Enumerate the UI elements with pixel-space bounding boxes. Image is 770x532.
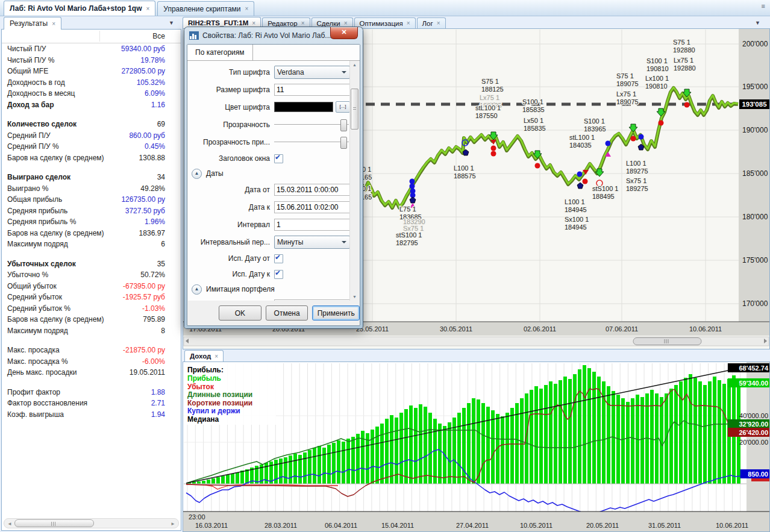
table-row: Доходность в год105.32%: [2, 77, 181, 89]
section-header-13: ▲Имитация портфеля: [188, 282, 349, 296]
close-icon[interactable]: ×: [437, 20, 440, 27]
trade-annotation: 188575: [454, 172, 476, 180]
profit-bar: [197, 481, 201, 484]
chart-tab-4[interactable]: Оптимизация×: [354, 17, 416, 28]
close-icon[interactable]: ×: [344, 20, 348, 27]
profit-bar: [607, 386, 610, 484]
table-row: Чистый П/У %19.78%: [2, 55, 181, 66]
color-swatch[interactable]: [274, 102, 333, 112]
close-icon[interactable]: ×: [301, 20, 305, 27]
scrollbar-thumb[interactable]: [14, 519, 94, 527]
trade-annotation: Lx75 1: [616, 90, 636, 98]
row-value: -21875.00 ру: [123, 345, 165, 356]
chart-tab-5[interactable]: Лог×: [417, 17, 446, 28]
tab-results[interactable]: Результаты ×: [4, 17, 61, 30]
tab-by-categories[interactable]: По категориям: [187, 45, 253, 60]
field-control: [274, 154, 349, 163]
row-value: 272805.00 ру: [121, 66, 165, 77]
trade-annotation: S75 1: [481, 78, 499, 85]
scroll-left-icon[interactable]: ◄: [7, 521, 12, 527]
trade-annotation: 187550: [475, 112, 498, 119]
window-tab-1[interactable]: Лаб: Ri Avto Vol Mario Лаба+stop 1qw×: [4, 1, 155, 16]
trade-annotation: 189275: [626, 185, 648, 192]
close-icon[interactable]: ×: [245, 5, 249, 12]
table-row: Общий убыток-67395.00 ру: [2, 281, 181, 292]
close-icon[interactable]: ×: [52, 20, 55, 27]
slider-thumb[interactable]: [340, 137, 347, 149]
trade-marker-blue-dot: [410, 179, 415, 184]
dialog-vscrollbar[interactable]: ▲ ▼: [349, 61, 359, 301]
close-icon[interactable]: ×: [214, 353, 218, 360]
checkbox-5[interactable]: [274, 154, 283, 163]
row-label: Выиграно %: [7, 183, 48, 195]
slider-4[interactable]: [274, 136, 349, 148]
dropdown-10[interactable]: Минуты: [274, 236, 349, 249]
checkbox-12[interactable]: [274, 270, 283, 279]
row-label: Средний П/У: [7, 130, 51, 142]
scroll-down-icon[interactable]: ▼: [350, 295, 359, 299]
slider-thumb[interactable]: [340, 119, 347, 131]
scrollbar-thumb[interactable]: [633, 338, 701, 345]
trade-annotation: 183965: [584, 125, 606, 133]
table-row: Средний П/У860.00 руб: [2, 130, 181, 142]
profit-axis-label: 32'920.00: [739, 421, 769, 428]
table-row: Максимум подряд6: [2, 239, 181, 250]
profit-chart-panel: Прибыль:ПрибыльУбытокДлинные позицииКоро…: [183, 361, 770, 532]
chevron-down-icon[interactable]: ▼: [169, 20, 174, 26]
row-value: 1.94: [151, 409, 165, 421]
trade-annotation: Sx100 1: [565, 216, 589, 223]
slider-3[interactable]: [274, 119, 349, 131]
cancel-button[interactable]: Отмена: [266, 305, 308, 321]
trade-annotation: 190810: [646, 65, 669, 72]
collapse-icon[interactable]: ▲: [192, 284, 202, 295]
ok-button[interactable]: OK: [219, 305, 261, 321]
input-7[interactable]: [274, 184, 349, 196]
profit-bar: [477, 399, 480, 484]
close-button[interactable]: ✕: [330, 27, 358, 39]
dropdown-0[interactable]: Verdana: [274, 66, 349, 79]
chevron-down-icon[interactable]: ▼: [755, 20, 760, 26]
x-axis-label: 10.05.2011: [520, 522, 552, 529]
dialog-buttons: OKОтменаПрименить: [187, 305, 360, 321]
scroll-up-icon[interactable]: ▲: [350, 63, 359, 67]
field-control: [274, 119, 349, 131]
close-icon[interactable]: ×: [252, 20, 255, 27]
profit-bar: [380, 424, 384, 484]
profit-bar: [530, 390, 533, 484]
input-1[interactable]: [274, 84, 349, 96]
table-row: Средний П/У %0.45%: [2, 141, 181, 152]
row-label: День макс. просадки: [7, 367, 77, 378]
profit-bar: [289, 455, 292, 484]
row-label: Средний убыток: [7, 292, 62, 303]
spacer: [2, 163, 181, 172]
scroll-right-icon[interactable]: ►: [171, 521, 175, 527]
profit-bar: [718, 380, 721, 484]
profit-bar: [221, 476, 225, 484]
apply-button[interactable]: Применить: [312, 305, 360, 321]
row-label: Доходность в год: [7, 77, 65, 89]
tab-profit[interactable]: Доход ×: [184, 350, 224, 361]
input-14[interactable]: [274, 299, 349, 301]
trade-annotation: 189275: [626, 167, 648, 175]
field-row-9: Интервал: [188, 216, 349, 233]
table-row: Баров на сделку (в среднем)1308.88: [2, 152, 181, 164]
more-button[interactable]: [...]: [336, 101, 349, 113]
input-8[interactable]: [274, 201, 349, 213]
results-hscrollbar[interactable]: ◄ ►: [4, 518, 179, 528]
close-icon[interactable]: ×: [407, 20, 410, 27]
scrollbar-thumb[interactable]: [351, 89, 358, 130]
row-label: Убыточно %: [7, 269, 48, 281]
profit-bar: [419, 404, 422, 484]
field-control: Verdana: [274, 66, 349, 79]
close-icon[interactable]: ×: [146, 5, 150, 12]
profit-bar: [303, 452, 307, 484]
collapse-icon[interactable]: ▲: [192, 169, 202, 179]
field-label: Тип шрифта: [188, 68, 274, 77]
results-tab-label: Результаты: [10, 19, 48, 28]
input-9[interactable]: [274, 219, 349, 231]
field-row-5: Заголовок окна: [188, 151, 349, 166]
checkbox-11[interactable]: [274, 254, 283, 263]
auto-hide-icon[interactable]: ≡: [762, 4, 765, 8]
dialog-title: Свойства: Лаб: Ri Avto Vol Mario Лаб...: [202, 31, 331, 40]
window-tab-2[interactable]: Управление скриптами×: [157, 1, 254, 16]
